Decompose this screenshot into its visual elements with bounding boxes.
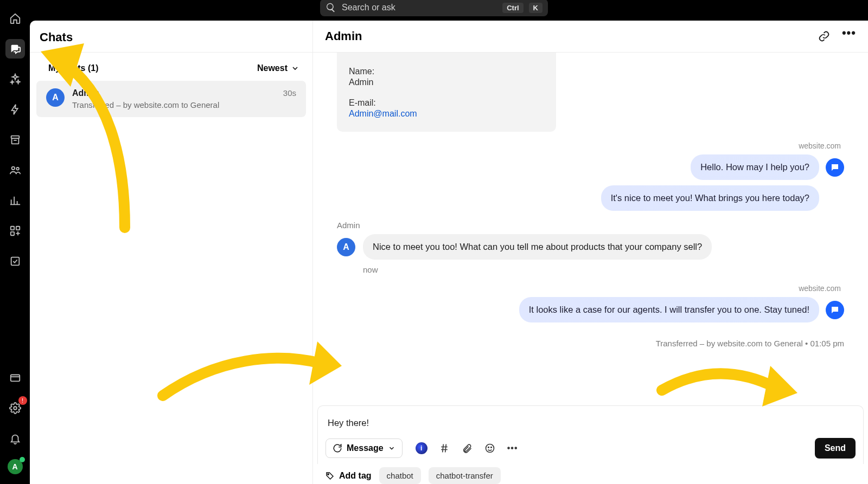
nav-tasks-icon[interactable] bbox=[5, 251, 25, 271]
message-timestamp: now bbox=[363, 265, 844, 274]
message-composer: Hey there! Message i ••• Send bbox=[317, 405, 864, 464]
search-placeholder: Search or ask bbox=[342, 3, 497, 12]
nav-automation-icon[interactable] bbox=[5, 100, 25, 119]
message-type-selector[interactable]: Message bbox=[326, 438, 403, 458]
conversation-title: Admin bbox=[325, 29, 362, 43]
nav-settings-icon[interactable]: ! bbox=[5, 398, 25, 418]
hash-icon[interactable] bbox=[438, 442, 450, 454]
attachment-icon[interactable] bbox=[461, 442, 473, 454]
svg-point-2 bbox=[16, 167, 19, 170]
email-value[interactable]: Admin@mail.com bbox=[349, 109, 544, 119]
kbd-k: K bbox=[529, 3, 542, 13]
svg-point-11 bbox=[490, 447, 492, 448]
user-message: Nice to meet you too! What can you tell … bbox=[363, 234, 712, 260]
nav-chats-icon[interactable] bbox=[5, 39, 25, 59]
more-menu-icon[interactable]: ••• bbox=[842, 30, 856, 42]
tag-chip[interactable]: chatbot bbox=[379, 467, 421, 484]
chat-item-time: 30s bbox=[283, 88, 296, 98]
svg-point-12 bbox=[328, 473, 329, 474]
assist-icon[interactable]: i bbox=[416, 442, 427, 454]
emoji-icon[interactable] bbox=[484, 442, 496, 454]
contact-info-card: Name: Admin E-mail: Admin@mail.com bbox=[337, 53, 556, 132]
bot-message: Hello. How may I help you? bbox=[691, 154, 819, 180]
nav-archive-icon[interactable] bbox=[5, 130, 25, 150]
composer-input[interactable]: Hey there! bbox=[326, 415, 856, 438]
user-avatar[interactable]: A bbox=[8, 459, 23, 474]
add-tag-label: Add tag bbox=[339, 471, 372, 481]
svg-rect-0 bbox=[11, 136, 19, 139]
kbd-ctrl: Ctrl bbox=[502, 3, 523, 13]
svg-rect-6 bbox=[11, 257, 19, 266]
chat-item-avatar: A bbox=[46, 88, 65, 107]
email-label: E-mail: bbox=[349, 98, 544, 108]
nav-reports-icon[interactable] bbox=[5, 191, 25, 210]
svg-point-8 bbox=[14, 406, 17, 410]
settings-alert-badge: ! bbox=[18, 396, 27, 405]
sort-dropdown[interactable]: Newest bbox=[257, 63, 299, 73]
nav-apps-icon[interactable] bbox=[5, 221, 25, 241]
chat-list-item[interactable]: A Admin Transferred – by website.com to … bbox=[36, 81, 306, 117]
chat-list-panel: Chats My chats (1) Newest A Admin Transf… bbox=[30, 21, 313, 484]
global-search[interactable]: Search or ask Ctrl K bbox=[320, 0, 548, 16]
svg-point-10 bbox=[488, 447, 489, 448]
more-icon[interactable]: ••• bbox=[507, 442, 519, 454]
chevron-down-icon bbox=[388, 444, 395, 452]
svg-rect-7 bbox=[10, 375, 20, 382]
chevron-down-icon bbox=[291, 64, 299, 73]
nav-home-icon[interactable] bbox=[5, 9, 25, 28]
nav-billing-icon[interactable] bbox=[5, 368, 25, 388]
chat-item-subtitle: Transferred – by website.com to General bbox=[72, 100, 276, 109]
panel-title: Chats bbox=[30, 21, 312, 53]
svg-rect-3 bbox=[10, 227, 14, 230]
add-tag-button[interactable]: Add tag bbox=[325, 471, 372, 481]
chat-item-name: Admin bbox=[72, 88, 276, 98]
svg-rect-5 bbox=[10, 232, 14, 235]
link-icon[interactable] bbox=[818, 30, 830, 42]
name-value: Admin bbox=[349, 78, 544, 87]
bot-avatar-icon bbox=[826, 301, 844, 319]
my-chats-label[interactable]: My chats (1) bbox=[48, 63, 98, 73]
tag-chip[interactable]: chatbot-transfer bbox=[429, 467, 501, 484]
bot-message: It looks like a case for our agents. I w… bbox=[519, 297, 819, 322]
sort-label: Newest bbox=[257, 63, 288, 73]
nav-notifications-icon[interactable] bbox=[5, 429, 25, 448]
nav-people-icon[interactable] bbox=[5, 160, 25, 180]
send-button[interactable]: Send bbox=[815, 438, 856, 459]
nav-ai-icon[interactable] bbox=[5, 69, 25, 89]
svg-point-1 bbox=[11, 167, 14, 170]
bot-avatar-icon bbox=[826, 158, 844, 177]
svg-point-9 bbox=[486, 444, 494, 453]
message-source: website.com bbox=[337, 141, 841, 150]
nav-rail: ! A bbox=[0, 0, 30, 484]
bot-message: It's nice to meet you! What brings you h… bbox=[601, 185, 819, 211]
sender-name: Admin bbox=[337, 221, 844, 230]
name-label: Name: bbox=[349, 67, 544, 76]
message-source: website.com bbox=[337, 284, 841, 293]
sender-avatar: A bbox=[337, 238, 355, 256]
message-type-label: Message bbox=[347, 443, 384, 453]
svg-rect-4 bbox=[16, 227, 19, 230]
transfer-status: Transferred – by website.com to General … bbox=[313, 332, 868, 348]
conversation-panel: Admin ••• Name: Admin E-mail: Admin@mail… bbox=[313, 21, 868, 484]
search-icon bbox=[326, 2, 336, 13]
